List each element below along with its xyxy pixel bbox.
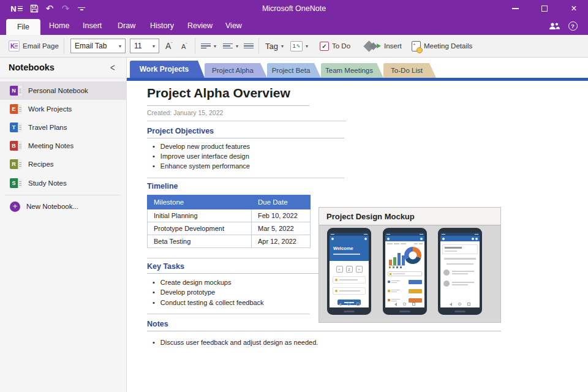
chevron-down-icon: ▾: [149, 43, 155, 49]
tag-label: Tag: [265, 42, 278, 51]
sidebar-item-recipes[interactable]: R Recipes: [0, 155, 127, 173]
divider: [147, 178, 344, 178]
section-tab-todo-list[interactable]: To-Do List: [383, 63, 436, 78]
menu-review[interactable]: Review: [187, 17, 213, 35]
chevron-down-icon: ▾: [115, 43, 121, 49]
menu-draw[interactable]: Draw: [118, 17, 135, 35]
bullet-item[interactable]: •Discuss user feedback and adjust design…: [153, 339, 318, 347]
insert-label: Insert: [384, 42, 402, 50]
avatar: [443, 281, 450, 287]
meeting-details-button[interactable]: + Meeting Details: [412, 39, 472, 53]
grow-font-button[interactable]: Aˆ: [165, 39, 173, 53]
menu-view[interactable]: View: [225, 17, 242, 35]
project-design-mockup-image[interactable]: Project Design Mockup Welcome < 2 >: [318, 207, 501, 323]
divider: [5, 195, 120, 195]
sidebar-item-personal-notebook[interactable]: N Personal Notebook: [0, 81, 127, 100]
bulleted-list-button[interactable]: [244, 39, 254, 53]
menu-insert[interactable]: Insert: [83, 17, 102, 35]
heading-underline: [147, 273, 344, 274]
paragraph-alignment-button[interactable]: ▾: [201, 39, 216, 53]
collapse-sidebar-icon[interactable]: <: [110, 62, 115, 74]
phone-nav-bar: [440, 303, 480, 306]
chevron-down-icon: ▾: [306, 43, 308, 49]
divider: [147, 258, 344, 258]
divider: [0, 78, 127, 78]
sidebar-item-study-notes[interactable]: S Study Notes: [0, 174, 127, 192]
menu-history[interactable]: History: [150, 17, 174, 35]
title-underline: [147, 105, 309, 106]
email-tab-select[interactable]: Email Tab▾: [70, 39, 126, 53]
bullet-item[interactable]: •Improve user interface design: [153, 153, 249, 160]
sidebar-item-travel-plans[interactable]: T Travel Plans: [0, 118, 127, 137]
custom-tag-button[interactable]: 1✎ ▾: [290, 39, 308, 53]
text-line: [444, 258, 476, 260]
share-people-icon[interactable]: [548, 17, 561, 35]
table-row[interactable]: Prototype DevelopmentMar 5, 2022: [148, 222, 311, 235]
window-title: Microsoft OneNote: [0, 0, 588, 17]
minimize-button[interactable]: [503, 0, 527, 17]
app-bar: [385, 236, 424, 241]
menu-home[interactable]: Home: [49, 17, 69, 35]
numbered-list-button[interactable]: ▾: [223, 39, 238, 53]
bullet-icon: •: [153, 288, 155, 296]
align-icon: [201, 43, 211, 49]
font-size-select[interactable]: 11▾: [130, 39, 159, 53]
page-canvas[interactable]: Work Projects Project Alpha Project Beta…: [127, 58, 588, 392]
bar-chart: [389, 253, 405, 266]
message-card: [442, 244, 478, 254]
help-icon[interactable]: ?: [566, 17, 579, 35]
sidebar-item-meeting-notes[interactable]: B Meeting Notes: [0, 137, 127, 155]
bullet-item[interactable]: •Create design mockups: [153, 279, 231, 287]
home-indicator: [454, 311, 466, 312]
notebooks-sidebar: Notebooks < N Personal Notebook E Work P…: [0, 58, 127, 392]
sidebar-item-work-projects[interactable]: E Work Projects: [0, 100, 127, 118]
meeting-details-label: Meeting Details: [424, 42, 472, 50]
column-header-milestone: Milestone: [148, 195, 252, 209]
timeline-table[interactable]: Milestone Due Date Initial PlanningFeb 1…: [147, 195, 311, 248]
menu-file-tab[interactable]: File: [6, 19, 40, 35]
heading-timeline[interactable]: Timeline: [147, 182, 178, 190]
page-title[interactable]: Project Alpha Overview: [147, 86, 290, 100]
contact-row: [443, 281, 480, 287]
section-tab-work-projects[interactable]: Work Projects: [130, 61, 205, 78]
ribbon-separator: [195, 38, 195, 54]
email-page-button[interactable]: K Email Page: [9, 39, 59, 53]
todo-label: To Do: [332, 42, 350, 50]
list-item: [388, 287, 422, 295]
bullet-icon: •: [153, 279, 155, 287]
chevron-down-icon: ▾: [281, 43, 284, 49]
table-header-row: Milestone Due Date: [148, 195, 311, 209]
heading-underline: [147, 331, 501, 331]
section-tab-project-beta[interactable]: Project Beta: [267, 63, 321, 78]
table-row[interactable]: Beta TestingApr 12, 2022: [148, 235, 311, 248]
todo-tag-button[interactable]: ✓ To Do: [320, 39, 350, 53]
section-tab-project-alpha[interactable]: Project Alpha: [205, 63, 267, 78]
bullet-icon: •: [153, 153, 155, 160]
bullet-item[interactable]: •Develop new product features: [153, 143, 250, 151]
section-tab-team-meetings[interactable]: Team Meetings: [321, 63, 383, 78]
heading-key-tasks[interactable]: Key Tasks: [147, 262, 184, 271]
donut-chart: [404, 247, 421, 264]
insert-button[interactable]: Insert: [365, 39, 402, 53]
maximize-button[interactable]: [532, 0, 557, 17]
chart-legend: [389, 266, 402, 268]
new-notebook-button[interactable]: + New Notebook...: [0, 197, 127, 216]
menubar: File Home Insert Draw History Review Vie…: [0, 17, 588, 35]
list-item: [333, 287, 366, 295]
bullet-item[interactable]: •Conduct testing & collect feedback: [153, 299, 264, 307]
phone-mockup-welcome: Welcome < 2 >: [327, 228, 371, 315]
bullet-item[interactable]: •Develop prototype: [153, 288, 215, 296]
divider: [147, 314, 310, 314]
shrink-font-button[interactable]: Aˆ: [181, 39, 187, 53]
heading-project-objectives[interactable]: Project Objectives: [147, 127, 214, 135]
heading-notes[interactable]: Notes: [147, 320, 168, 328]
ribbon-separator: [258, 38, 259, 54]
ribbon-separator: [64, 38, 64, 54]
tag-button[interactable]: Tag ▾: [265, 39, 284, 53]
list-item: [333, 276, 366, 284]
email-page-label: Email Page: [23, 42, 59, 50]
bullet-item[interactable]: •Enhance system performance: [153, 162, 250, 170]
phone-mockup-dashboard: [383, 228, 427, 315]
table-row[interactable]: Initial PlanningFeb 10, 2022: [148, 209, 311, 222]
close-button[interactable]: ×: [562, 0, 586, 17]
